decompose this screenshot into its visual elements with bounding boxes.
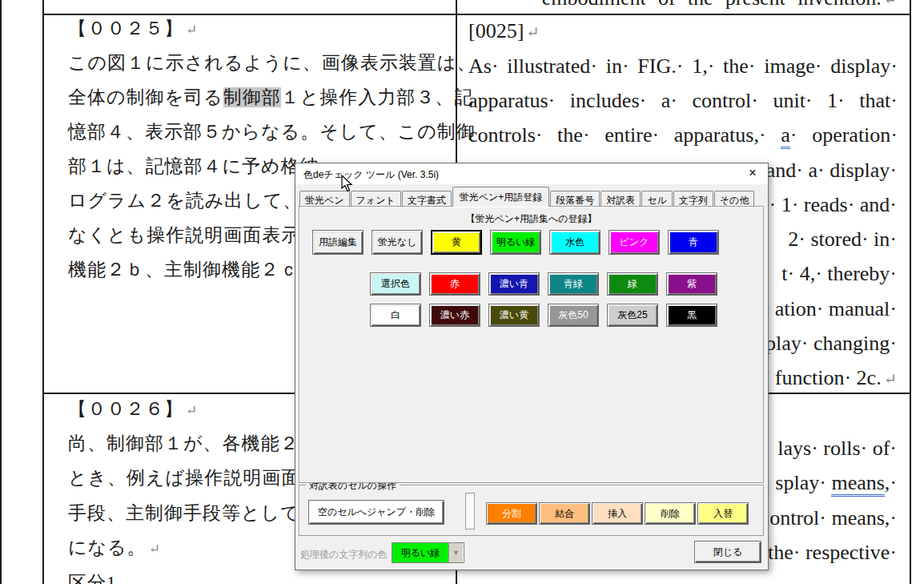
highlight-color-button[interactable]: 灰色50 [548, 304, 599, 327]
jp-text-line: とき、例えば操作説明画面表 [68, 465, 319, 490]
highlight-color-button[interactable]: 黒 [666, 304, 717, 327]
return-mark: ↵ [884, 0, 897, 8]
jp-text-line: この図１に示されるように、画像表示装置は、 [68, 50, 476, 75]
en-text-line: · 1· reads· and· [769, 193, 897, 217]
en-text-line: ation· manual· [775, 297, 897, 321]
highlight-color-button[interactable]: 青 [668, 230, 719, 255]
jp-paragraph-0026-number: 【００２６】↵ [68, 397, 198, 421]
highlight-color-row-3: 白濃い赤濃い黄灰色50灰色25黒 [370, 304, 717, 327]
jp-text-line: 部１は、記憶部４に予め格納 [68, 154, 319, 179]
en-text-line: apparatus· includes· a· control· unit· 1… [468, 89, 898, 113]
highlight-color-button[interactable]: 濃い青 [488, 272, 540, 296]
highlight-color-button[interactable]: 明るい緑 [490, 230, 541, 255]
jp-text-line: 尚、制御部１が、各機能２ａ [68, 431, 319, 456]
highlight-color-button[interactable]: 選択色 [370, 272, 421, 296]
tab-strip: 蛍光ペンフォント文字書式蛍光ペン+用語登録段落番号対訳表セル文字列その他 [299, 189, 755, 207]
table-border-left [42, 0, 44, 584]
en-text-line: the· respective· [768, 541, 897, 565]
cell-operations-groupbox: 対訳表のセルの操作 空のセルへジャンプ・削除 分割結合挿入削除入替 [299, 485, 764, 536]
cell-action-button[interactable]: 分割 [486, 502, 537, 525]
jp-paragraph-0025-number: 【００２５】↵ [68, 16, 198, 41]
cell-action-button[interactable]: 入替 [697, 502, 749, 525]
highlight-color-button[interactable]: ピンク [609, 230, 660, 255]
highlight-color-button[interactable]: 白 [370, 304, 421, 327]
grammar-check-underline: a [781, 123, 790, 149]
tab[interactable]: 蛍光ペン [299, 191, 350, 207]
mouse-cursor [341, 175, 354, 192]
en-text-line: and· a· display· [766, 159, 897, 183]
cell-action-button[interactable]: 挿入 [592, 502, 643, 525]
jp-text-line: 憶部４、表示部５からなる。そして、この制御 [68, 119, 476, 144]
highlight-color-button[interactable]: 紫 [666, 272, 717, 296]
return-mark: ↵ [884, 371, 897, 388]
tab[interactable]: その他 [714, 191, 755, 207]
table-border-right [910, 0, 911, 584]
tab[interactable]: 蛍光ペン+用語登録 [452, 187, 550, 207]
dialog-title: 色deチェック ツール (Ver. 3.5i) [303, 168, 439, 182]
dialog-titlebar[interactable]: 色deチェック ツール (Ver. 3.5i) × [295, 163, 768, 184]
jp-text-line: 手段、主制御手段等としての [68, 501, 319, 526]
en-text-line: ontrol· means,· [769, 506, 897, 530]
en-paragraph-0025-number: [0025]↵ [468, 19, 540, 43]
result-color-dropdown[interactable]: 明るい緑 ▼ [392, 542, 464, 563]
table-row-border-top [42, 14, 911, 15]
close-icon[interactable]: × [742, 165, 763, 181]
highlight-color-button[interactable]: 灰色25 [607, 304, 658, 327]
screen: 【００２５】↵ この図１に示されるように、画像表示装置は、 全体の制御を司る制御… [0, 0, 924, 584]
cell-action-buttons: 分割結合挿入削除入替 [486, 502, 749, 525]
highlight-color-button[interactable]: 水色 [549, 230, 601, 255]
highlight-color-button[interactable]: 濃い黄 [488, 304, 540, 327]
tab-page-highlight-term-registration: 【蛍光ペン+用語集への登録】 用語編集蛍光なし黄明るい緑水色ピンク青 選択色赤濃… [299, 206, 764, 483]
result-color-label: 処理後の文字列の色 [300, 548, 388, 562]
cell-action-button[interactable]: 削除 [645, 502, 696, 525]
window-left-edge [0, 0, 2, 584]
return-mark: ↵ [186, 403, 198, 418]
highlight-color-button[interactable]: 用語編集 [312, 230, 364, 255]
en-text-line: t· 4,· thereby· [781, 262, 897, 286]
highlight-color-button[interactable]: 蛍光なし [372, 230, 423, 255]
en-text-line: play· changing· [765, 332, 897, 356]
en-text-line: splay· means,· [775, 471, 897, 495]
chevron-down-icon[interactable]: ▼ [448, 543, 463, 562]
jump-to-empty-cell-button[interactable]: 空のセルへジャンプ・削除 [308, 500, 444, 525]
highlight-color-button[interactable]: 赤 [429, 272, 480, 296]
section-header: 【蛍光ペン+用語集への登録】 [299, 212, 763, 226]
jp-text-line: になる。↵ [68, 535, 161, 560]
tab[interactable]: 文字列 [673, 191, 713, 207]
jp-text-line: ログラム２を読み出して、実 [68, 188, 321, 213]
tab[interactable]: セル [641, 191, 673, 207]
close-dialog-button[interactable]: 閉じる [694, 541, 761, 563]
jp-text-line: 全体の制御を司る制御部１と操作入力部３、記 [68, 85, 473, 110]
en-text-line: function· 2c.↵ [775, 366, 897, 390]
vertical-separator [465, 493, 475, 530]
return-mark: ↵ [526, 24, 539, 41]
en-text-line: lays· rolls· of· [777, 437, 897, 461]
selected-term-highlight: 制御部 [223, 87, 281, 107]
tab[interactable]: 対訳表 [601, 191, 641, 207]
return-mark: ↵ [186, 22, 198, 38]
highlight-color-button[interactable]: 黄 [431, 230, 482, 255]
grammar-check-underline: means [831, 471, 884, 497]
en-text-line: controls· the· entire· apparatus,· a· op… [468, 123, 898, 147]
highlight-color-row-1: 用語編集蛍光なし黄明るい緑水色ピンク青 [312, 230, 719, 255]
jp-text-line: 区分1 [68, 570, 117, 584]
highlight-color-button[interactable]: 青緑 [548, 272, 599, 296]
highlight-color-button[interactable]: 緑 [607, 272, 658, 296]
color-de-check-dialog: 色deチェック ツール (Ver. 3.5i) × 蛍光ペンフォント文字書式蛍光… [295, 163, 769, 570]
tab[interactable]: 文字書式 [402, 191, 452, 207]
tab[interactable]: フォント [351, 191, 401, 207]
result-color-value: 明るい緑 [392, 543, 448, 562]
en-text-line: As· illustrated· in· FIG.· 1,· the· imag… [468, 54, 898, 79]
tab[interactable]: 段落番号 [550, 191, 600, 207]
jp-text-line: なくとも操作説明画面表示機 [68, 223, 319, 248]
en-text-line: embodiment· of· the· present· invention.… [542, 0, 897, 10]
cell-action-button[interactable]: 結合 [539, 502, 590, 525]
return-mark: ↵ [149, 542, 161, 557]
highlight-color-button[interactable]: 濃い赤 [429, 304, 480, 327]
en-text-line: 2· stored· in· [788, 228, 897, 252]
highlight-color-row-2: 選択色赤濃い青青緑緑紫 [370, 272, 717, 296]
